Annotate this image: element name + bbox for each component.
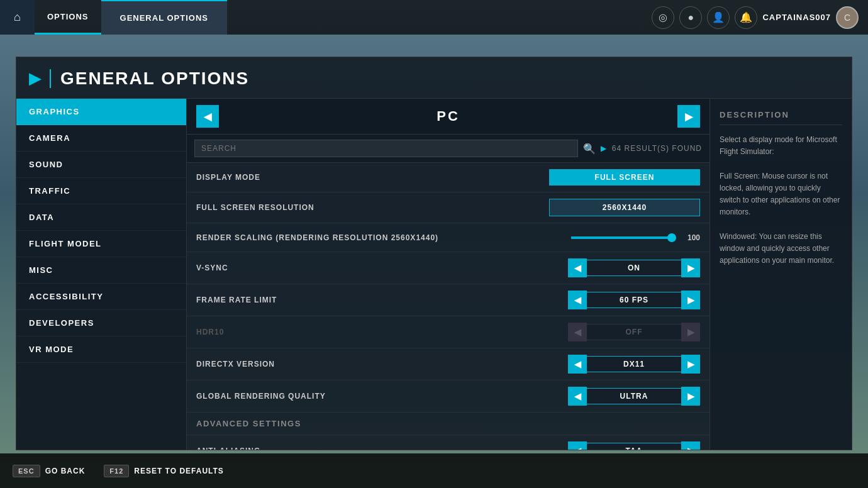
description-title: DESCRIPTION [720, 110, 842, 125]
render-scaling-value: 100 [678, 233, 700, 242]
vsync-control: ◀ ON ▶ [549, 258, 700, 277]
hdr10-label: HDR10 [196, 328, 549, 336]
options-tab[interactable]: OPTIONS [35, 0, 101, 35]
anti-aliasing-label: ANTI-ALIASING [196, 446, 549, 450]
setting-frame-rate: FRAME RATE LIMIT ◀ 60 FPS ▶ [187, 284, 709, 316]
go-back-label: GO BACK [45, 467, 86, 475]
search-bar: 🔍 ▶ 64 RESULT(S) FOUND [187, 135, 709, 163]
setting-display-mode: DISPLAY MODE FULL SCREEN [187, 163, 709, 192]
sidebar-item-sound[interactable]: SOUND [16, 152, 186, 178]
frame-rate-value: 60 FPS [587, 292, 681, 308]
render-scaling-track[interactable] [571, 236, 672, 239]
achievements-icon[interactable]: ◎ [652, 6, 674, 29]
bottom-bar: ESC GO BACK F12 RESET TO DEFAULTS [0, 453, 868, 488]
search-icon: 🔍 [583, 143, 596, 155]
sidebar: GRAPHICS CAMERA SOUND TRAFFIC DATA FLIGH… [16, 99, 186, 450]
display-mode-label: DISPLAY MODE [196, 173, 549, 182]
go-back-action: ESC GO BACK [13, 465, 85, 477]
rendering-quality-next-button[interactable]: ▶ [681, 387, 700, 406]
home-icon: ⌂ [14, 11, 21, 24]
resolution-control: 2560X1440 [549, 199, 700, 216]
f12-key: F12 [104, 465, 129, 477]
setting-anti-aliasing: ANTI-ALIASING ◀ TAA ▶ [187, 435, 709, 450]
frame-rate-prev-button[interactable]: ◀ [568, 291, 587, 309]
frame-rate-control: ◀ 60 FPS ▶ [549, 291, 700, 309]
frame-rate-label: FRAME RATE LIMIT [196, 296, 549, 304]
sidebar-item-flight-model[interactable]: FLIGHT MODEL [16, 231, 186, 257]
pc-title: PC [219, 108, 677, 125]
sidebar-item-accessibility[interactable]: ACCESSIBILITY [16, 284, 186, 310]
rendering-quality-label: GLOBAL RENDERING QUALITY [196, 392, 549, 401]
setting-vsync: V-SYNC ◀ ON ▶ [187, 252, 709, 284]
display-mode-control: FULL SCREEN [549, 169, 700, 186]
hdr10-value: OFF [587, 324, 681, 340]
resolution-value[interactable]: 2560X1440 [549, 199, 700, 216]
sidebar-item-graphics[interactable]: GRAPHICS [16, 99, 186, 125]
esc-key: ESC [13, 465, 40, 477]
directx-control: ◀ DX11 ▶ [549, 355, 700, 374]
vsync-prev-button[interactable]: ◀ [568, 258, 587, 277]
render-scaling-control: 100 [549, 233, 700, 242]
render-scaling-fill [571, 236, 672, 239]
results-arrow-icon: ▶ [601, 144, 607, 153]
anti-aliasing-next-button[interactable]: ▶ [681, 441, 700, 450]
topbar: ⌂ OPTIONS GENERAL OPTIONS ◎ ● 👤 🔔 CAPTAI… [0, 0, 868, 35]
profile-icon[interactable]: 👤 [707, 6, 730, 29]
general-options-tab[interactable]: GENERAL OPTIONS [101, 0, 227, 35]
username: CAPTAINAS007 [762, 13, 831, 22]
setting-hdr10: HDR10 ◀ OFF ▶ [187, 316, 709, 348]
directx-label: DIRECTX VERSION [196, 360, 549, 369]
title-arrow-icon: ▶ [29, 70, 40, 87]
directx-value: DX11 [587, 356, 681, 372]
pc-next-button[interactable]: ▶ [677, 105, 700, 128]
search-input[interactable] [194, 140, 578, 157]
general-options-label: GENERAL OPTIONS [120, 13, 208, 23]
anti-aliasing-control: ◀ TAA ▶ [549, 441, 700, 450]
display-mode-value[interactable]: FULL SCREEN [549, 169, 700, 186]
setting-directx: DIRECTX VERSION ◀ DX11 ▶ [187, 348, 709, 380]
rendering-quality-control: ◀ ULTRA ▶ [549, 387, 700, 406]
avatar[interactable]: C [836, 6, 859, 29]
page-title: GENERAL OPTIONS [60, 69, 249, 89]
sidebar-item-misc[interactable]: MISC [16, 257, 186, 284]
pc-header: ◀ PC ▶ [187, 99, 709, 135]
notifications-icon[interactable]: 🔔 [735, 6, 757, 29]
reset-defaults-label: RESET TO DEFAULTS [134, 467, 224, 475]
directx-prev-button[interactable]: ◀ [568, 355, 587, 374]
sidebar-item-data[interactable]: DATA [16, 204, 186, 231]
content-area: GRAPHICS CAMERA SOUND TRAFFIC DATA FLIGH… [16, 99, 852, 450]
vsync-value: ON [587, 260, 681, 276]
rendering-quality-prev-button[interactable]: ◀ [568, 387, 587, 406]
setting-render-scaling: RENDER SCALING (RENDERING RESOLUTION 256… [187, 223, 709, 252]
anti-aliasing-prev-button[interactable]: ◀ [568, 441, 587, 450]
render-scaling-label: RENDER SCALING (RENDERING RESOLUTION 256… [196, 233, 549, 242]
description-text: Select a display mode for Microsoft Flig… [720, 134, 842, 267]
frame-rate-next-button[interactable]: ▶ [681, 291, 700, 309]
sidebar-item-traffic[interactable]: TRAFFIC [16, 178, 186, 204]
group-icon[interactable]: ● [679, 6, 702, 29]
results-info: ▶ 64 RESULT(S) FOUND [601, 144, 702, 153]
reset-defaults-action: F12 RESET TO DEFAULTS [104, 465, 224, 477]
title-divider [50, 69, 51, 88]
description-panel: DESCRIPTION Select a display mode for Mi… [710, 99, 852, 450]
setting-resolution: FULL SCREEN RESOLUTION 2560X1440 [187, 192, 709, 223]
anti-aliasing-value: TAA [587, 443, 681, 450]
rendering-quality-value: ULTRA [587, 388, 681, 404]
pc-prev-button[interactable]: ◀ [196, 105, 219, 128]
render-scaling-thumb[interactable] [667, 233, 676, 242]
hdr10-next-button: ▶ [681, 323, 700, 341]
sidebar-item-camera[interactable]: CAMERA [16, 125, 186, 152]
sidebar-item-developers[interactable]: DEVELOPERS [16, 310, 186, 336]
vsync-next-button[interactable]: ▶ [681, 258, 700, 277]
directx-next-button[interactable]: ▶ [681, 355, 700, 374]
sidebar-item-vr-mode[interactable]: VR MODE [16, 336, 186, 363]
hdr10-control: ◀ OFF ▶ [549, 323, 700, 341]
options-label: OPTIONS [47, 12, 89, 21]
center-content: ◀ PC ▶ 🔍 ▶ 64 RESULT(S) FOUND DISPLAY MO… [186, 99, 710, 450]
page-title-bar: ▶ GENERAL OPTIONS [16, 57, 852, 99]
settings-list: DISPLAY MODE FULL SCREEN FULL SCREEN RES… [187, 163, 709, 450]
hdr10-prev-button: ◀ [568, 323, 587, 341]
home-button[interactable]: ⌂ [0, 0, 35, 35]
setting-rendering-quality: GLOBAL RENDERING QUALITY ◀ ULTRA ▶ [187, 380, 709, 413]
main-panel: ▶ GENERAL OPTIONS GRAPHICS CAMERA SOUND … [16, 57, 852, 450]
